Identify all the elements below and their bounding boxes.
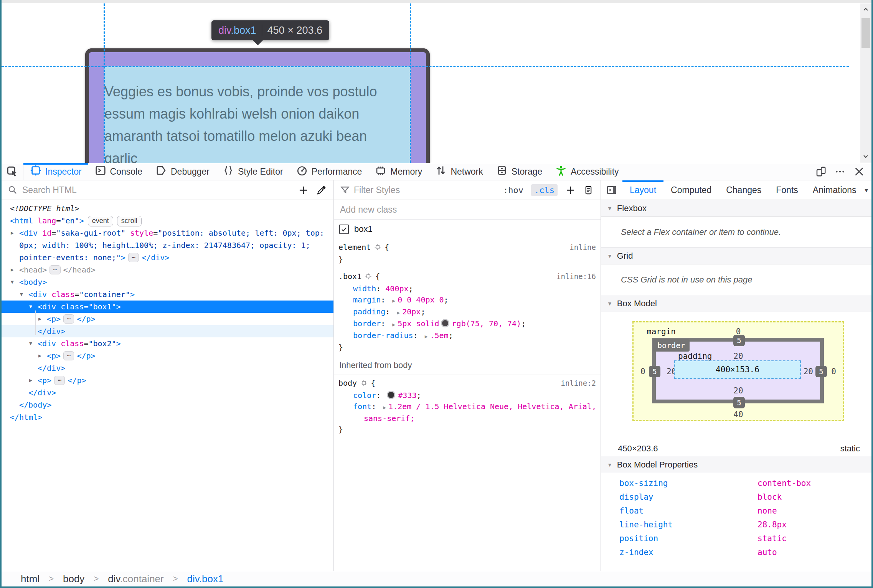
tab-accessibility[interactable]: Accessibility [549,163,625,180]
property-value[interactable]: 1.2em / 1.5 Helvetica Neue, Helvetica, A… [388,402,596,411]
markup-row[interactable]: ▼<div class="box2"> [2,337,333,350]
meatball-menu-button[interactable] [832,164,848,179]
box-model-margin-box[interactable]: margin 0 0 0 40 border 5 5 5 5 padding 2… [632,321,844,421]
expander-icon[interactable]: ▶ [397,310,400,315]
boxmodel-section-header[interactable]: ▼Box Model [601,295,871,312]
sidebar-tab-computed[interactable]: Computed [663,180,719,200]
property-name[interactable]: font [353,402,371,411]
tab-console[interactable]: Console [88,163,149,180]
markup-row[interactable]: ▼<body> [2,276,333,288]
inline-text-ellipsis-button[interactable]: ⋯ [128,253,139,262]
rule-selector[interactable]: body [338,378,357,388]
markup-search-bar[interactable]: Search HTML [2,180,334,200]
selector-highlighter-icon[interactable] [374,243,381,254]
rule-selector[interactable]: element [338,243,371,252]
markup-row[interactable]: 0px; width: 100%; height…100%; z-index: … [2,239,333,251]
tab-memory[interactable]: Memory [368,163,429,180]
markup-row[interactable]: ▶<p>⋯</p> [2,350,333,362]
toggle-classes-button[interactable]: .cls [531,184,558,196]
eyedropper-icon[interactable] [316,185,327,195]
property-name[interactable]: width [353,284,376,293]
inline-text-ellipsis-button[interactable]: ⋯ [63,351,74,360]
rule-source-link[interactable]: inline:16 [556,271,596,282]
css-declaration[interactable]: width: 400px; [334,283,601,294]
property-value[interactable]: rgb(75, 70, 74) [452,319,521,328]
property-name[interactable]: margin [353,295,381,304]
twisty-expanded-icon[interactable]: ▼ [29,337,32,350]
property-value[interactable]: #333 [398,391,416,400]
markup-row-selected[interactable]: ▼<div class="box1"> [2,301,333,313]
css-declaration[interactable]: font: ▶1.2em / 1.5 Helvetica Neue, Helve… [334,401,601,413]
markup-row[interactable]: ▼<div class="container"> [2,288,333,301]
markup-row[interactable]: ▶<div id="saka-gui-root" style="position… [2,227,333,239]
rule-source-link[interactable]: inline:2 [561,378,596,389]
padding-right-value[interactable]: 20 [804,367,813,376]
breadcrumb-item-div-box1[interactable]: div.box1 [187,573,224,585]
markup-row[interactable]: </html> [2,411,333,423]
breadcrumb-item-body[interactable]: body [63,573,84,585]
markup-row[interactable]: <html lang="en">eventscroll [2,215,333,227]
padding-top-value[interactable]: 20 [634,352,843,361]
border-left-value[interactable]: 5 [649,366,660,377]
property-name[interactable]: color [353,391,376,400]
expander-icon[interactable]: ▶ [392,322,395,327]
tab-storage[interactable]: Storage [490,163,549,180]
breadcrumb-item-html[interactable]: html [21,573,40,585]
twisty-collapsed-icon[interactable]: ▶ [11,264,14,276]
tab-network[interactable]: Network [429,163,489,180]
box-model-content-box[interactable]: 400×153.6 [674,360,801,379]
tab-style-editor[interactable]: Style Editor [216,163,290,180]
close-devtools-button[interactable] [851,164,868,179]
inline-text-ellipsis-button[interactable]: ⋯ [50,265,60,274]
markup-row[interactable]: ▶<head>⋯</head> [2,264,333,276]
event-badge[interactable]: event [88,216,113,226]
twisty-collapsed-icon[interactable]: ▶ [38,350,41,362]
sidebar-tab-animations[interactable]: Animations [805,180,864,200]
property-name[interactable]: border [353,319,381,328]
inline-text-ellipsis-button[interactable]: ⋯ [63,314,74,324]
toggle-pseudo-classes-button[interactable]: :hov [503,185,523,195]
border-right-value[interactable]: 5 [815,366,827,377]
margin-bottom-value[interactable]: 40 [634,410,843,419]
twisty-collapsed-icon[interactable]: ▶ [38,313,41,325]
property-value[interactable]: 5px solid [398,319,439,328]
expander-icon[interactable]: ▶ [383,405,386,410]
twisty-collapsed-icon[interactable]: ▶ [29,374,32,386]
page-scrollbar[interactable] [860,3,871,163]
markup-row[interactable]: ▶<p>⋯</p> [2,374,333,386]
class-checkbox[interactable] [339,225,349,234]
border-bottom-value[interactable]: 5 [733,397,745,408]
print-media-simulation-icon[interactable] [583,185,594,195]
property-value[interactable]: 20px [402,307,421,316]
markup-row[interactable]: ▶<p>⋯</p> [2,313,333,325]
flexbox-section-header[interactable]: ▼Flexbox [601,200,871,217]
markup-row[interactable]: <!DOCTYPE html> [2,202,333,215]
markup-row[interactable]: </body> [2,399,333,411]
property-value[interactable]: .5em [430,331,448,340]
twisty-collapsed-icon[interactable]: ▶ [11,227,14,239]
property-value[interactable]: 0 0 40px 0 [398,295,444,304]
add-new-class-input[interactable]: Add new class [334,200,601,220]
breadcrumb-item-div-container[interactable]: div.container [108,573,164,585]
boxmodel-properties-header[interactable]: ▼Box Model Properties [601,456,871,473]
property-value[interactable]: 400px [385,284,408,293]
border-top-value[interactable]: 5 [733,335,745,346]
markup-row[interactable]: </div> [2,362,333,374]
markup-row[interactable]: </div> [2,325,333,337]
markup-row[interactable]: pointer-events: none;">⋯</div> [2,251,333,264]
create-node-plus-icon[interactable] [298,185,309,195]
rule-selector[interactable]: .box1 [338,272,361,281]
add-rule-plus-icon[interactable] [565,185,576,195]
css-declaration[interactable]: border: ▶5px solidrgb(75, 70, 74); [334,318,601,330]
scroll-up-icon[interactable] [863,7,869,13]
selector-highlighter-icon[interactable] [365,272,372,283]
margin-right-value[interactable]: 0 [831,367,836,376]
margin-left-value[interactable]: 0 [640,367,645,376]
css-declaration[interactable]: border-radius: ▶.5em; [334,330,601,342]
sidebar-tab-fonts[interactable]: Fonts [769,180,805,200]
sidebar-tab-layout[interactable]: Layout [622,180,663,200]
color-swatch[interactable] [441,319,449,327]
twisty-expanded-icon[interactable]: ▼ [20,288,23,301]
sidebar-tab-changes[interactable]: Changes [719,180,769,200]
property-name[interactable]: padding [353,307,385,316]
